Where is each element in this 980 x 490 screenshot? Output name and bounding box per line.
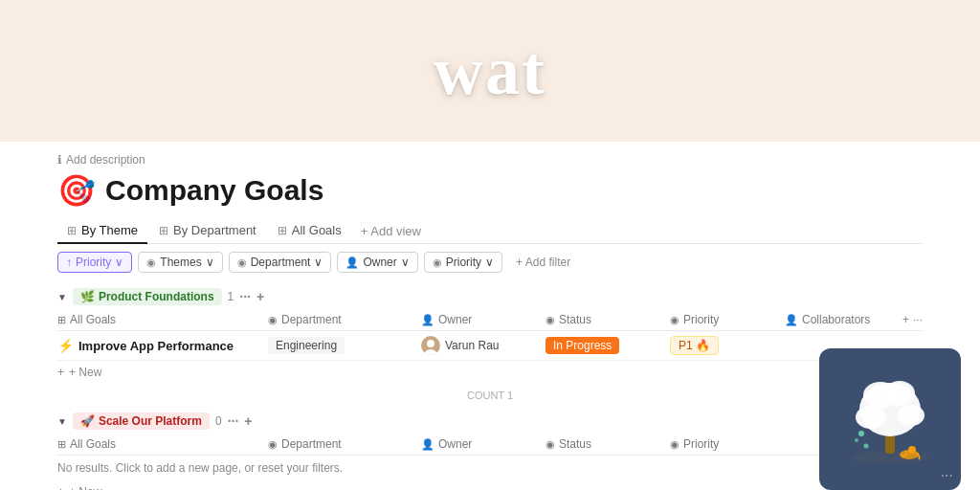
add-new-label-g2: + New [69, 485, 101, 490]
group-scale-plus[interactable]: + [244, 413, 252, 429]
tab-by-department-label: By Department [173, 223, 256, 237]
add-description-label: Add description [66, 153, 145, 167]
priority-col-label: Priority [683, 313, 719, 326]
priority-filter-icon: ◉ [433, 256, 442, 269]
department-filter-chip[interactable]: ◉ Department ∨ [229, 252, 332, 273]
status-col-label: Status [559, 313, 591, 326]
add-new-button-group1[interactable]: + + New [57, 361, 923, 384]
group-badge-icon: 🌿 [80, 290, 95, 303]
tab-all-goals-icon: ⊞ [278, 224, 287, 237]
info-icon: ℹ [57, 153, 62, 167]
tab-by-theme[interactable]: ⊞ By Theme [57, 218, 147, 244]
add-description-button[interactable]: ℹ Add description [57, 153, 923, 167]
dept-col-label-g2: Department [281, 437, 342, 451]
priority-filter-label: Priority [446, 256, 481, 269]
sort-priority-chip[interactable]: ↑ Priority ∨ [57, 252, 132, 273]
themes-filter-label: Themes [160, 256, 201, 269]
owner-col-icon: 👤 [421, 314, 434, 326]
group-product-foundations-toggle[interactable]: ▼ [57, 292, 67, 302]
group-product-foundations: ▼ 🌿 Product Foundations 1 ··· + ⊞ All Go… [57, 282, 923, 407]
col-header-status: ◉ Status [546, 313, 670, 326]
svg-point-11 [855, 438, 858, 442]
priority-value: P1 [679, 339, 693, 352]
count-label: COUNT 1 [467, 390, 513, 401]
tab-by-department-icon: ⊞ [159, 224, 168, 237]
filter-row: ↑ Priority ∨ ◉ Themes ∨ ◉ Department ∨ 👤… [57, 252, 923, 273]
add-view-button[interactable]: + Add view [353, 219, 429, 243]
themes-filter-chip[interactable]: ◉ Themes ∨ [138, 252, 222, 273]
priority-badge: P1 🔥 [670, 336, 719, 355]
col-header-owner-g2: 👤 Owner [421, 437, 546, 451]
table-row[interactable]: ⚡ Improve App Performance Engineering Va… [57, 331, 923, 361]
dept-col-label: Department [281, 313, 342, 326]
owner-filter-chip[interactable]: 👤 Owner ∨ [337, 252, 417, 273]
dots-icon: ··· [913, 313, 923, 326]
themes-caret-icon: ∨ [206, 256, 214, 269]
col-header-dept-g2: ◉ Department [268, 437, 421, 451]
column-headers-group1: ⊞ All Goals ◉ Department 👤 Owner ◉ Statu… [57, 309, 923, 331]
col-header-priority: ◉ Priority [670, 313, 785, 326]
add-column-button[interactable]: + ··· [902, 313, 923, 326]
group-scale-toggle[interactable]: ▼ [57, 416, 67, 427]
col-header-goals-g2: ⊞ All Goals [57, 437, 268, 451]
group-product-foundations-header[interactable]: ▼ 🌿 Product Foundations 1 ··· + [57, 282, 923, 309]
svg-point-7 [898, 405, 924, 426]
group-product-foundations-plus[interactable]: + [256, 289, 264, 304]
owner-filter-icon: 👤 [345, 256, 359, 269]
group-scale-name: Scale Our Platform [99, 414, 202, 428]
group-scale-badge: 🚀 Scale Our Platform [73, 412, 210, 430]
plus-icon: + [902, 313, 909, 326]
goals-col-icon-g2: ⊞ [57, 438, 66, 451]
group-scale-our-platform-header[interactable]: ▼ 🚀 Scale Our Platform 0 ··· + [57, 407, 923, 434]
department-filter-label: Department [251, 256, 311, 269]
collaborators-col-label: Collaborators [802, 313, 870, 326]
owner-col-label-g2: Owner [438, 437, 472, 451]
sort-caret-icon: ∨ [115, 256, 123, 269]
svg-point-9 [884, 381, 915, 406]
add-filter-label: + Add filter [516, 256, 570, 269]
add-filter-button[interactable]: + Add filter [508, 253, 578, 272]
cell-department: Engineering [268, 337, 421, 354]
dept-col-icon: ◉ [268, 314, 278, 326]
priority-filter-chip[interactable]: ◉ Priority ∨ [424, 252, 502, 273]
page-title-emoji: 🎯 [57, 172, 96, 209]
col-header-goals: ⊞ All Goals [57, 313, 268, 326]
status-col-label-g2: Status [559, 437, 591, 451]
priority-flame-icon: 🔥 [696, 339, 710, 352]
group-product-foundations-dots[interactable]: ··· [239, 289, 251, 304]
group-product-foundations-badge: 🌿 Product Foundations [73, 288, 222, 305]
priority-caret-icon: ∨ [485, 256, 494, 269]
add-new-button-group2[interactable]: + + New [57, 480, 923, 490]
tab-by-theme-label: By Theme [81, 223, 138, 237]
svg-point-10 [858, 431, 864, 436]
cell-status: In Progress [546, 337, 670, 354]
svg-point-1 [427, 340, 434, 347]
goals-col-label-g2: All Goals [70, 437, 116, 451]
group-scale-count: 0 [215, 414, 222, 428]
sort-up-icon: ↑ [66, 256, 72, 269]
tab-by-department[interactable]: ⊞ By Department [149, 218, 266, 244]
goals-col-icon: ⊞ [57, 314, 66, 326]
svg-point-12 [864, 444, 869, 449]
priority-col-icon: ◉ [670, 314, 679, 326]
hero-title: wat [434, 32, 546, 111]
column-headers-group2: ⊞ All Goals ◉ Department 👤 Owner ◉ Statu… [57, 434, 923, 456]
cell-priority: P1 🔥 [670, 336, 785, 355]
owner-name: Varun Rau [445, 339, 499, 352]
col-header-priority-g2: ◉ Priority [670, 437, 785, 451]
goal-lightning-icon: ⚡ [57, 338, 74, 353]
card-dots[interactable]: ··· [941, 467, 953, 484]
add-view-label: + Add view [361, 224, 421, 238]
dept-col-icon-g2: ◉ [268, 438, 278, 451]
tab-all-goals[interactable]: ⊞ All Goals [268, 218, 351, 244]
count-row: COUNT 1 [57, 384, 923, 407]
department-filter-icon: ◉ [237, 256, 247, 269]
owner-caret-icon: ∨ [401, 256, 410, 269]
group-scale-dots[interactable]: ··· [228, 413, 239, 429]
group-product-foundations-count: 1 [228, 290, 234, 303]
col-header-collaborators: 👤 Collaborators + ··· [785, 313, 923, 326]
owner-col-icon-g2: 👤 [421, 438, 434, 451]
department-value: Engineering [268, 337, 345, 354]
floating-card: ··· [819, 348, 961, 490]
col-header-status-g2: ◉ Status [546, 437, 670, 451]
